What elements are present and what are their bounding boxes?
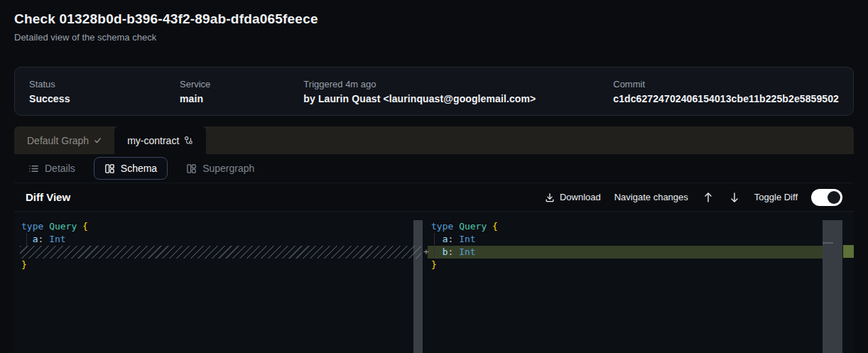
token-indent: [431, 234, 443, 244]
token-space: [77, 221, 82, 232]
tab-default-graph-label: Default Graph: [27, 135, 89, 146]
summary-commit-value: c1dc62724702406154013cbe11b225b2e5859502: [613, 93, 839, 104]
token-space: [43, 221, 49, 232]
summary-service-label: Service: [180, 79, 303, 89]
indent-guide: [434, 233, 435, 259]
token-indent: [431, 246, 443, 257]
token-type-name: Query: [459, 221, 487, 232]
tab-default-graph[interactable]: Default Graph: [14, 126, 114, 154]
summary-commit: Commit c1dc62724702406154013cbe11b225b2e…: [613, 79, 839, 104]
token-scalar-type: Int: [49, 234, 65, 244]
tab-supergraph[interactable]: Supergraph: [183, 157, 257, 180]
arrow-up-icon: [703, 192, 713, 203]
overview-ruler-added-marker: [843, 245, 854, 258]
summary-status: Status Success: [29, 79, 180, 104]
summary-status-value: Success: [29, 93, 180, 104]
indent-guide: [26, 233, 27, 246]
token-brace: {: [82, 221, 88, 232]
added-line-gutter-marker: +: [423, 246, 429, 259]
code-line: a: Int: [14, 233, 423, 246]
diff-pane-before: type Query { a: Int }: [14, 212, 423, 353]
navigate-changes-label: Navigate changes: [614, 192, 688, 202]
view-tabstrip: Details Schema Supergraph: [14, 154, 854, 183]
summary-commit-label: Commit: [613, 79, 839, 89]
tab-my-contract-label: my-contract: [127, 135, 179, 146]
summary-triggered-value: by Laurin Quast <laurinquast@googlemail.…: [303, 93, 613, 104]
summary-triggered: Triggered 4m ago by Laurin Quast <laurin…: [303, 79, 613, 104]
diff-controls: Download Navigate changes Toggle Diff: [545, 189, 854, 206]
token-scalar-type: Int: [459, 246, 475, 257]
list-icon: [28, 163, 39, 174]
token-brace: }: [21, 259, 27, 270]
code-line: a: Int: [423, 233, 854, 246]
tab-details-label: Details: [45, 163, 75, 174]
next-change-button[interactable]: [728, 190, 741, 205]
tab-supergraph-label: Supergraph: [202, 163, 254, 174]
tab-schema[interactable]: Schema: [94, 157, 168, 180]
token-keyword: type: [431, 221, 453, 232]
code-line: type Query {: [14, 220, 423, 233]
code-block-before: type Query { a: Int }: [14, 212, 423, 271]
token-brace: }: [431, 259, 437, 270]
tab-schema-label: Schema: [121, 163, 157, 174]
download-button[interactable]: Download: [545, 192, 601, 202]
code-line-added: b: Int: [423, 246, 854, 259]
token-space: [453, 246, 459, 257]
code-line: }: [423, 259, 854, 271]
toggle-knob: [828, 191, 840, 204]
page-title: Check 01328b0d-b396-43f2-89ab-dfda065fee…: [14, 11, 318, 27]
token-space: [453, 234, 459, 244]
toggle-diff-switch[interactable]: [811, 189, 842, 206]
token-space: [487, 221, 492, 232]
layout-panels-icon: [104, 163, 115, 174]
token-space: [453, 221, 459, 232]
diff-pane-after: + type Query { a: Int b: Int }: [423, 212, 854, 353]
token-type-name: Query: [49, 221, 77, 232]
toggle-diff-label: Toggle Diff: [754, 192, 798, 202]
token-scalar-type: Int: [459, 234, 475, 244]
summary-service: Service main: [180, 79, 303, 104]
token-keyword: type: [21, 221, 43, 232]
code-line: }: [14, 259, 423, 271]
download-icon: [545, 192, 555, 202]
diff-editor: type Query { a: Int } + type Query { a: …: [14, 212, 854, 353]
summary-status-label: Status: [29, 79, 180, 89]
arrow-down-icon: [729, 192, 739, 203]
check-icon: [94, 136, 102, 144]
code-line: type Query {: [423, 220, 854, 233]
tab-details[interactable]: Details: [26, 157, 78, 180]
diff-view-title: Diff View: [26, 191, 70, 203]
diff-hatched-placeholder: [20, 246, 421, 259]
token-space: [43, 234, 49, 244]
graph-tabstrip: Default Graph my-contract: [14, 126, 854, 154]
contract-compare-icon: [184, 136, 193, 145]
diff-toolbar: Diff View Download Navigate changes Togg…: [14, 183, 854, 212]
token-brace: {: [492, 221, 498, 232]
tab-my-contract[interactable]: my-contract: [114, 126, 206, 154]
check-summary-card: Status Success Service main Triggered 4m…: [14, 67, 854, 116]
code-block-after: type Query { a: Int b: Int }: [423, 212, 854, 271]
summary-triggered-label: Triggered 4m ago: [303, 79, 613, 89]
schema-check-page: Check 01328b0d-b396-43f2-89ab-dfda065fee…: [0, 0, 868, 353]
page-subtitle: Detailed view of the schema check: [14, 32, 318, 43]
download-button-label: Download: [560, 192, 601, 202]
previous-change-button[interactable]: [702, 190, 715, 205]
layout-panels-icon: [186, 163, 197, 174]
page-header: Check 01328b0d-b396-43f2-89ab-dfda065fee…: [14, 11, 318, 43]
summary-service-value: main: [180, 93, 303, 104]
